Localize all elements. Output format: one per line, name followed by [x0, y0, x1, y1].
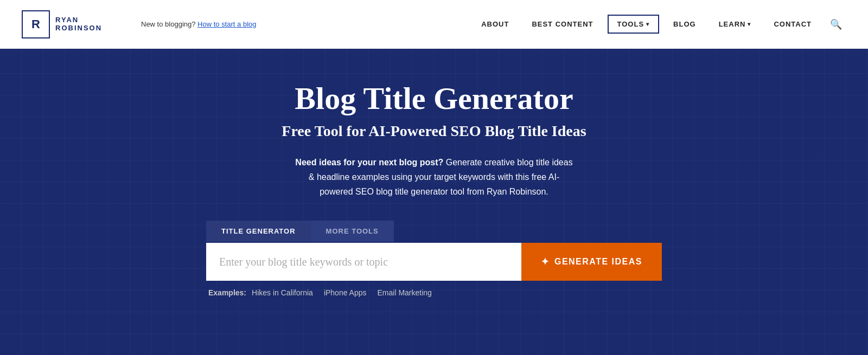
generate-ideas-label: GENERATE IDEAS	[554, 257, 642, 267]
nav-item-about[interactable]: ABOUT	[473, 16, 518, 33]
hero-title: Blog Title Generator	[295, 81, 573, 116]
logo-text: RYAN ROBINSON	[55, 16, 102, 32]
search-box: ✦ GENERATE IDEAS	[206, 243, 662, 281]
tabs-container: TITLE GENERATOR MORE TOOLS ✦ GENERATE ID…	[206, 221, 662, 305]
hero-subtitle: Free Tool for AI-Powered SEO Blog Title …	[282, 122, 586, 140]
tab-title-generator[interactable]: TITLE GENERATOR	[206, 221, 311, 242]
tagline-link[interactable]: How to start a blog	[197, 20, 256, 28]
nav-item-blog[interactable]: BLOG	[665, 16, 705, 33]
logo-name-bottom: ROBINSON	[55, 24, 102, 32]
hero-description: Need ideas for your next blog post? Gene…	[293, 155, 575, 199]
tagline-area: New to blogging? How to start a blog	[141, 20, 256, 28]
header: R RYAN ROBINSON New to blogging? How to …	[0, 0, 868, 49]
tagline-prefix: New to blogging?	[141, 20, 195, 28]
learn-chevron-icon: ▾	[748, 21, 751, 27]
examples-bar: Examples: Hikes in California iPhone App…	[206, 281, 662, 305]
sparkle-icon: ✦	[541, 256, 550, 268]
generate-ideas-button[interactable]: ✦ GENERATE IDEAS	[521, 243, 662, 281]
example-email[interactable]: Email Marketing	[378, 288, 432, 297]
tools-chevron-icon: ▾	[646, 21, 649, 27]
nav-item-contact[interactable]: CONTACT	[765, 16, 820, 33]
hero-description-bold: Need ideas for your next blog post?	[295, 158, 443, 167]
logo-area: R RYAN ROBINSON	[22, 10, 130, 38]
example-hikes[interactable]: Hikes in California	[252, 288, 313, 297]
examples-label: Examples:	[208, 288, 246, 297]
example-iphone[interactable]: iPhone Apps	[324, 288, 367, 297]
logo-icon[interactable]: R	[22, 10, 50, 38]
main-nav: ABOUT BEST CONTENT TOOLS ▾ BLOG LEARN ▾ …	[473, 14, 846, 35]
tabs: TITLE GENERATOR MORE TOOLS	[206, 221, 662, 242]
search-input[interactable]	[206, 243, 521, 281]
nav-item-tools[interactable]: TOOLS ▾	[608, 15, 660, 34]
nav-item-learn[interactable]: LEARN ▾	[710, 16, 760, 33]
hero-section: Blog Title Generator Free Tool for AI-Po…	[0, 49, 868, 355]
tab-more-tools[interactable]: MORE TOOLS	[311, 221, 394, 242]
logo-name-top: RYAN	[55, 16, 102, 24]
nav-item-best-content[interactable]: BEST CONTENT	[523, 16, 602, 33]
search-icon[interactable]: 🔍	[826, 14, 846, 35]
